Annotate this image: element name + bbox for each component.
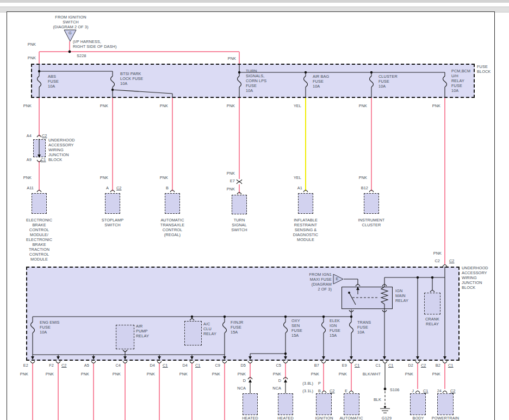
air-pump-relay-label: AIR PUMP RELAY: [136, 324, 149, 338]
conn-d4b-c1: C1: [195, 363, 201, 368]
conn-d5: D5: [240, 363, 246, 368]
pin-p: P: [318, 381, 321, 386]
blk-wire: BLK: [374, 397, 381, 402]
body-box: [410, 393, 426, 415]
ac-clu-relay-label: A/C CLU RELAY: [203, 322, 216, 336]
crank-relay-label: CRANK RELAY: [425, 317, 439, 326]
trans-fuse-label: TRANS FUSE 10A: [357, 320, 371, 335]
pin-c2-pt: C2: [450, 388, 456, 393]
pnk-entry: PNK: [433, 251, 442, 256]
conn-a5: A5: [84, 363, 89, 368]
ebcm-label: ELECTRONIC BRAKE CONTROL MODULE/ ELECTRO…: [26, 218, 52, 262]
conn-c4: C4: [115, 363, 121, 368]
elek-ign-fuse-label: ELEK IGN FUSE 15A: [330, 318, 340, 338]
conn-d-2: D: [278, 378, 281, 383]
pnk-top-2: PNK: [28, 55, 36, 60]
engine-31l: (3.1L): [302, 388, 313, 393]
conn-f2: F2: [49, 363, 54, 368]
pin-j-body: J: [412, 388, 414, 393]
nca-1: NCA: [237, 386, 246, 391]
pin-c2-entry-a: C2: [434, 258, 440, 263]
s106-splice: S106: [390, 387, 399, 392]
air-pump-relay-box: [116, 325, 134, 349]
underhood-junction-small-label: UNDERHOOD ACCESSORY WIRING JUNCTION BLOC…: [48, 138, 75, 162]
ignition-box: [316, 393, 332, 415]
instrument-cluster-label: INSTRUMENT CLUSTER: [358, 218, 385, 227]
pin-b-transaxle: B: [166, 186, 169, 190]
conn-d4a-c1: C1: [163, 363, 168, 368]
underhood-junction-big-label: UNDERHOOD ACCESSORY WIRING JUNCTION BLOC…: [462, 265, 488, 290]
pin-b12-cluster: B12: [361, 186, 368, 190]
pnk-b12: PNK: [405, 372, 413, 376]
ebcm-box: [32, 193, 47, 214]
pin-a11: A11: [27, 186, 34, 190]
pnk-r2-5: PNK: [227, 187, 235, 192]
pin-e7: E7: [230, 178, 235, 183]
pnk-b11: PNK: [339, 372, 347, 376]
pin-a4: A4: [27, 133, 32, 138]
pin-c2-ign: C2: [330, 388, 335, 393]
ac-clu-relay-box: [184, 321, 202, 345]
pnk-r1-1: PNK: [23, 103, 32, 108]
pnk-b7: PNK: [212, 372, 220, 376]
yel-r1: YEL: [294, 103, 301, 108]
conn-d2-c2: C2: [421, 363, 426, 368]
conn-c9: C9: [215, 363, 220, 368]
conn-b2-c1: C1: [448, 363, 454, 368]
powertrain-box: [437, 393, 454, 415]
pnk-r1-3: PNK: [160, 103, 168, 108]
conn-d-1: D: [243, 378, 246, 383]
finjr-fuse-label: F/INJR FUSE 15A: [231, 320, 243, 335]
pin-c2-stoplamp: C2: [116, 186, 122, 190]
transaxle-control-box: [165, 193, 180, 214]
automatic-box: [344, 393, 359, 415]
conn-d2: D2: [408, 363, 413, 368]
automatic-label: AUTOMATIC: [339, 416, 363, 420]
nca-2: NCA: [272, 386, 281, 391]
conn-e9-c1: C1: [355, 363, 360, 368]
ign-main-relay-label: IGN MAIN RELAY: [395, 288, 408, 303]
pnk-r2-2: PNK: [100, 175, 108, 180]
window-top-strip: [0, 0, 509, 3]
heated-label-2: HEATED: [277, 416, 294, 420]
s228-splice: S228: [77, 53, 86, 58]
pnk-top-1: PNK: [28, 42, 36, 47]
conn-e9: E9: [342, 363, 347, 368]
blk-wht: BLK/WHT: [363, 372, 381, 376]
instrument-cluster-box: [364, 193, 379, 214]
pin-b-ign: B: [318, 388, 321, 393]
conn-c1: C1: [375, 363, 381, 368]
ip-harness-note: (I/P HARNESS, RIGHT SIDE OF DASH): [73, 39, 116, 49]
conn-b2: B2: [436, 363, 440, 368]
conn-b7: B7: [314, 363, 319, 368]
g-connector-letter: G: [69, 30, 72, 35]
conn-d4b: D4: [182, 363, 188, 368]
pnk-b2: PNK: [46, 372, 54, 376]
pnk-r1-4: PNK: [227, 103, 235, 108]
pnk-b10: PNK: [311, 372, 319, 376]
from-ignition-switch: FROM IGNITION SWITCH (DIAGRAM 2 OF 3): [53, 15, 89, 29]
g129-ground-label: G129: [382, 416, 392, 420]
turn-fuse-label: TURN SIGNALS, CORN LPS FUSE 10A: [246, 69, 266, 93]
abs-fuse-label: ABS FUSE 10A: [48, 74, 59, 89]
e-connector-letter: E: [336, 276, 339, 281]
conn-f2-c2: C2: [61, 363, 67, 368]
pnk-r1-2: PNK: [100, 103, 108, 108]
conn-c1-c1: C1: [388, 363, 394, 368]
fuse-block-label: FUSE BLOCK: [477, 64, 491, 74]
body-label: BODY: [412, 416, 424, 420]
transaxle-label: AUTOMATIC TRANSAXLE CONTROL (REGAL): [160, 218, 184, 237]
yel-r2: YEL: [294, 175, 301, 180]
pin-24-pt: 24: [437, 388, 442, 393]
pnk-b3: PNK: [81, 372, 89, 376]
sdm-label: INFLATABLE RESTRAINT SENSING & DIAGNOSTI…: [293, 218, 318, 242]
heated-box-1: [243, 393, 258, 415]
pin-e-auto: E: [345, 388, 347, 393]
pin-c2-jb-top: C2: [42, 133, 47, 138]
pnk-r2-1: PNK: [23, 175, 32, 180]
pnk-r1-6: PNK: [432, 103, 440, 108]
pnk-r2-6: PNK: [359, 175, 367, 180]
pin-a1-sdm: A1: [297, 186, 302, 190]
pnk-b5: PNK: [147, 372, 155, 376]
pin-a9: A9: [27, 157, 32, 162]
